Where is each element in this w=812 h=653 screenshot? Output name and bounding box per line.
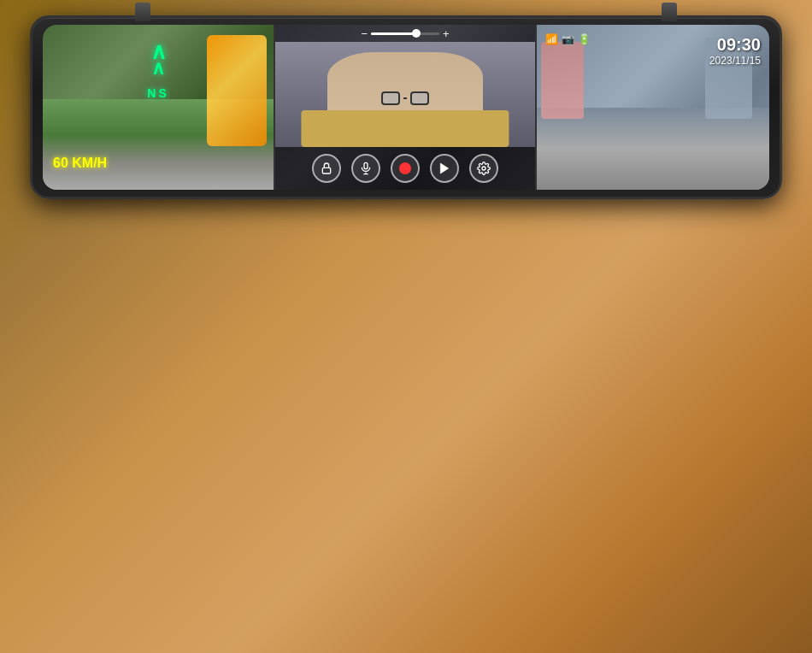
vol-plus: + <box>443 27 450 40</box>
cam-right: 📶 📷 🔋 09:30 2023/11/15 <box>537 25 769 190</box>
mirror-screen: ∧ ∧ NS 60 KM/H − <box>43 25 769 190</box>
mirror-mount-right <box>662 3 677 21</box>
time-display: 09:30 <box>709 35 761 55</box>
vol-minus: − <box>361 27 368 40</box>
cam-center: − + <box>275 25 537 190</box>
date-display: 2023/11/15 <box>709 55 761 67</box>
mirror-device: ∧ ∧ NS 60 KM/H − <box>30 15 782 199</box>
svg-rect-0 <box>322 168 330 174</box>
settings-button[interactable] <box>469 154 498 183</box>
main-container: ∧ ∧ NS 60 KM/H − <box>0 0 812 653</box>
center-face-area <box>275 42 535 147</box>
mirror-mount-left <box>135 3 150 21</box>
svg-point-3 <box>482 167 485 170</box>
hud-ns: NS <box>147 86 168 100</box>
svg-marker-2 <box>440 163 448 174</box>
lock-button[interactable] <box>312 154 341 183</box>
datetime-display: 09:30 2023/11/15 <box>709 35 761 67</box>
record-button[interactable] <box>391 154 420 183</box>
cam-left: ∧ ∧ NS 60 KM/H <box>43 25 275 190</box>
mic-button[interactable] <box>351 154 380 183</box>
hud-speed: 60 KM/H <box>53 156 107 171</box>
svg-rect-1 <box>364 162 368 168</box>
volume-bar-container: − + <box>275 25 535 42</box>
play-button[interactable] <box>430 154 459 183</box>
signal-icons: 📶 📷 🔋 <box>545 33 591 45</box>
hud-overlay: ∧ ∧ NS 60 KM/H <box>43 25 274 190</box>
center-controls <box>275 147 535 190</box>
